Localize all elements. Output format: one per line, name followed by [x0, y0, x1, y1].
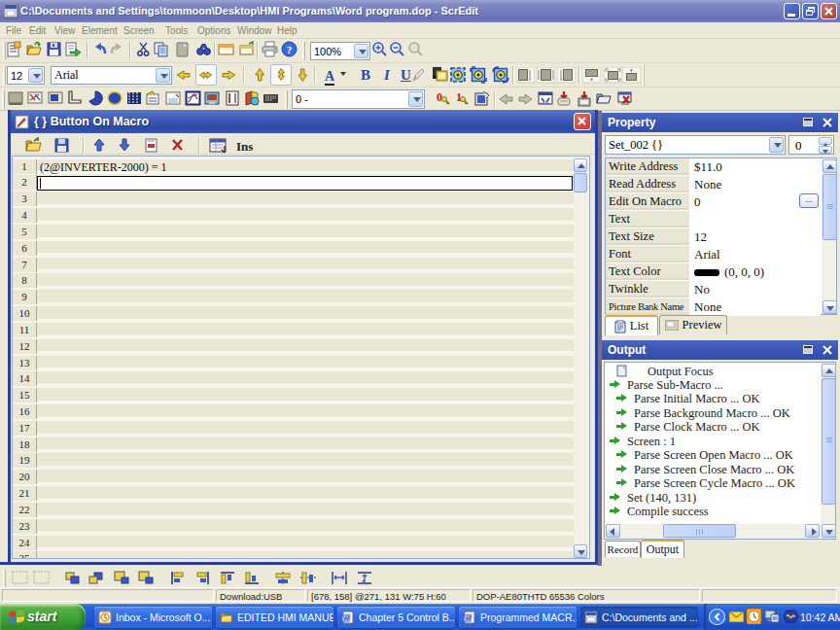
svg-text:W: W — [465, 615, 471, 621]
svg-text:?: ? — [287, 44, 293, 55]
svg-text:0: 0 — [437, 90, 442, 104]
svg-text:W: W — [343, 615, 349, 621]
